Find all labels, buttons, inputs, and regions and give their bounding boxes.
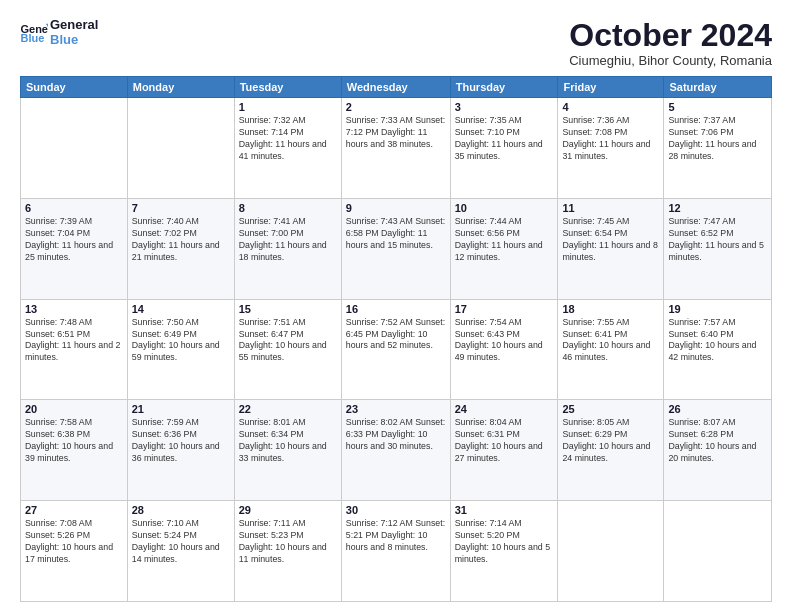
day-number: 2: [346, 101, 446, 113]
title-block: October 2024 Ciumeghiu, Bihor County, Ro…: [569, 18, 772, 68]
page: General Blue General Blue October 2024 C…: [0, 0, 792, 612]
calendar-cell: 22Sunrise: 8:01 AM Sunset: 6:34 PM Dayli…: [234, 400, 341, 501]
calendar-cell: 14Sunrise: 7:50 AM Sunset: 6:49 PM Dayli…: [127, 299, 234, 400]
day-number: 13: [25, 303, 123, 315]
day-content: Sunrise: 7:11 AM Sunset: 5:23 PM Dayligh…: [239, 518, 337, 566]
day-number: 27: [25, 504, 123, 516]
day-number: 7: [132, 202, 230, 214]
day-content: Sunrise: 7:59 AM Sunset: 6:36 PM Dayligh…: [132, 417, 230, 465]
calendar-cell: 8Sunrise: 7:41 AM Sunset: 7:00 PM Daylig…: [234, 198, 341, 299]
day-content: Sunrise: 8:02 AM Sunset: 6:33 PM Dayligh…: [346, 417, 446, 453]
day-number: 19: [668, 303, 767, 315]
day-content: Sunrise: 8:07 AM Sunset: 6:28 PM Dayligh…: [668, 417, 767, 465]
day-content: Sunrise: 7:51 AM Sunset: 6:47 PM Dayligh…: [239, 317, 337, 365]
day-content: Sunrise: 7:33 AM Sunset: 7:12 PM Dayligh…: [346, 115, 446, 151]
day-content: Sunrise: 7:14 AM Sunset: 5:20 PM Dayligh…: [455, 518, 554, 566]
day-number: 25: [562, 403, 659, 415]
day-content: Sunrise: 7:44 AM Sunset: 6:56 PM Dayligh…: [455, 216, 554, 264]
day-content: Sunrise: 7:35 AM Sunset: 7:10 PM Dayligh…: [455, 115, 554, 163]
svg-text:Blue: Blue: [20, 32, 44, 44]
day-number: 20: [25, 403, 123, 415]
logo: General Blue General Blue: [20, 18, 98, 48]
calendar-cell: 28Sunrise: 7:10 AM Sunset: 5:24 PM Dayli…: [127, 501, 234, 602]
day-content: Sunrise: 7:32 AM Sunset: 7:14 PM Dayligh…: [239, 115, 337, 163]
day-content: Sunrise: 7:12 AM Sunset: 5:21 PM Dayligh…: [346, 518, 446, 554]
logo-line2: Blue: [50, 33, 98, 48]
calendar-cell: [21, 98, 128, 199]
day-number: 5: [668, 101, 767, 113]
week-row-0: 1Sunrise: 7:32 AM Sunset: 7:14 PM Daylig…: [21, 98, 772, 199]
day-content: Sunrise: 7:41 AM Sunset: 7:00 PM Dayligh…: [239, 216, 337, 264]
day-content: Sunrise: 7:40 AM Sunset: 7:02 PM Dayligh…: [132, 216, 230, 264]
day-content: Sunrise: 7:47 AM Sunset: 6:52 PM Dayligh…: [668, 216, 767, 264]
calendar-cell: 18Sunrise: 7:55 AM Sunset: 6:41 PM Dayli…: [558, 299, 664, 400]
day-number: 17: [455, 303, 554, 315]
calendar-cell: 16Sunrise: 7:52 AM Sunset: 6:45 PM Dayli…: [341, 299, 450, 400]
calendar-cell: 1Sunrise: 7:32 AM Sunset: 7:14 PM Daylig…: [234, 98, 341, 199]
header-day-tuesday: Tuesday: [234, 77, 341, 98]
day-content: Sunrise: 7:52 AM Sunset: 6:45 PM Dayligh…: [346, 317, 446, 353]
calendar-cell: 4Sunrise: 7:36 AM Sunset: 7:08 PM Daylig…: [558, 98, 664, 199]
header-row: SundayMondayTuesdayWednesdayThursdayFrid…: [21, 77, 772, 98]
calendar-cell: 23Sunrise: 8:02 AM Sunset: 6:33 PM Dayli…: [341, 400, 450, 501]
month-title: October 2024: [569, 18, 772, 53]
day-number: 31: [455, 504, 554, 516]
week-row-3: 20Sunrise: 7:58 AM Sunset: 6:38 PM Dayli…: [21, 400, 772, 501]
day-number: 8: [239, 202, 337, 214]
day-content: Sunrise: 7:08 AM Sunset: 5:26 PM Dayligh…: [25, 518, 123, 566]
calendar-cell: 27Sunrise: 7:08 AM Sunset: 5:26 PM Dayli…: [21, 501, 128, 602]
calendar-body: 1Sunrise: 7:32 AM Sunset: 7:14 PM Daylig…: [21, 98, 772, 602]
calendar-cell: 21Sunrise: 7:59 AM Sunset: 6:36 PM Dayli…: [127, 400, 234, 501]
calendar-cell: 6Sunrise: 7:39 AM Sunset: 7:04 PM Daylig…: [21, 198, 128, 299]
header-day-sunday: Sunday: [21, 77, 128, 98]
day-number: 3: [455, 101, 554, 113]
day-content: Sunrise: 8:01 AM Sunset: 6:34 PM Dayligh…: [239, 417, 337, 465]
logo-line1: General: [50, 18, 98, 33]
header-day-friday: Friday: [558, 77, 664, 98]
calendar-cell: 26Sunrise: 8:07 AM Sunset: 6:28 PM Dayli…: [664, 400, 772, 501]
day-number: 10: [455, 202, 554, 214]
calendar-cell: 29Sunrise: 7:11 AM Sunset: 5:23 PM Dayli…: [234, 501, 341, 602]
day-number: 1: [239, 101, 337, 113]
day-number: 16: [346, 303, 446, 315]
calendar-cell: 25Sunrise: 8:05 AM Sunset: 6:29 PM Dayli…: [558, 400, 664, 501]
day-content: Sunrise: 8:05 AM Sunset: 6:29 PM Dayligh…: [562, 417, 659, 465]
day-number: 14: [132, 303, 230, 315]
day-content: Sunrise: 7:58 AM Sunset: 6:38 PM Dayligh…: [25, 417, 123, 465]
calendar-cell: 24Sunrise: 8:04 AM Sunset: 6:31 PM Dayli…: [450, 400, 558, 501]
day-number: 23: [346, 403, 446, 415]
calendar-cell: 11Sunrise: 7:45 AM Sunset: 6:54 PM Dayli…: [558, 198, 664, 299]
day-number: 30: [346, 504, 446, 516]
day-content: Sunrise: 7:10 AM Sunset: 5:24 PM Dayligh…: [132, 518, 230, 566]
day-number: 6: [25, 202, 123, 214]
day-number: 29: [239, 504, 337, 516]
calendar-cell: 7Sunrise: 7:40 AM Sunset: 7:02 PM Daylig…: [127, 198, 234, 299]
day-content: Sunrise: 7:37 AM Sunset: 7:06 PM Dayligh…: [668, 115, 767, 163]
day-content: Sunrise: 7:48 AM Sunset: 6:51 PM Dayligh…: [25, 317, 123, 365]
header-day-saturday: Saturday: [664, 77, 772, 98]
logo-icon: General Blue: [20, 22, 48, 44]
header-day-monday: Monday: [127, 77, 234, 98]
calendar-cell: 17Sunrise: 7:54 AM Sunset: 6:43 PM Dayli…: [450, 299, 558, 400]
calendar-cell: 20Sunrise: 7:58 AM Sunset: 6:38 PM Dayli…: [21, 400, 128, 501]
day-content: Sunrise: 8:04 AM Sunset: 6:31 PM Dayligh…: [455, 417, 554, 465]
calendar-cell: [558, 501, 664, 602]
week-row-4: 27Sunrise: 7:08 AM Sunset: 5:26 PM Dayli…: [21, 501, 772, 602]
calendar-cell: 10Sunrise: 7:44 AM Sunset: 6:56 PM Dayli…: [450, 198, 558, 299]
day-content: Sunrise: 7:45 AM Sunset: 6:54 PM Dayligh…: [562, 216, 659, 264]
calendar-header: SundayMondayTuesdayWednesdayThursdayFrid…: [21, 77, 772, 98]
day-number: 24: [455, 403, 554, 415]
day-number: 26: [668, 403, 767, 415]
day-content: Sunrise: 7:57 AM Sunset: 6:40 PM Dayligh…: [668, 317, 767, 365]
calendar-cell: 30Sunrise: 7:12 AM Sunset: 5:21 PM Dayli…: [341, 501, 450, 602]
location-subtitle: Ciumeghiu, Bihor County, Romania: [569, 53, 772, 68]
calendar-cell: 9Sunrise: 7:43 AM Sunset: 6:58 PM Daylig…: [341, 198, 450, 299]
calendar-cell: 31Sunrise: 7:14 AM Sunset: 5:20 PM Dayli…: [450, 501, 558, 602]
day-content: Sunrise: 7:55 AM Sunset: 6:41 PM Dayligh…: [562, 317, 659, 365]
day-number: 11: [562, 202, 659, 214]
header-day-thursday: Thursday: [450, 77, 558, 98]
day-number: 15: [239, 303, 337, 315]
day-content: Sunrise: 7:43 AM Sunset: 6:58 PM Dayligh…: [346, 216, 446, 252]
calendar-table: SundayMondayTuesdayWednesdayThursdayFrid…: [20, 76, 772, 602]
day-number: 21: [132, 403, 230, 415]
